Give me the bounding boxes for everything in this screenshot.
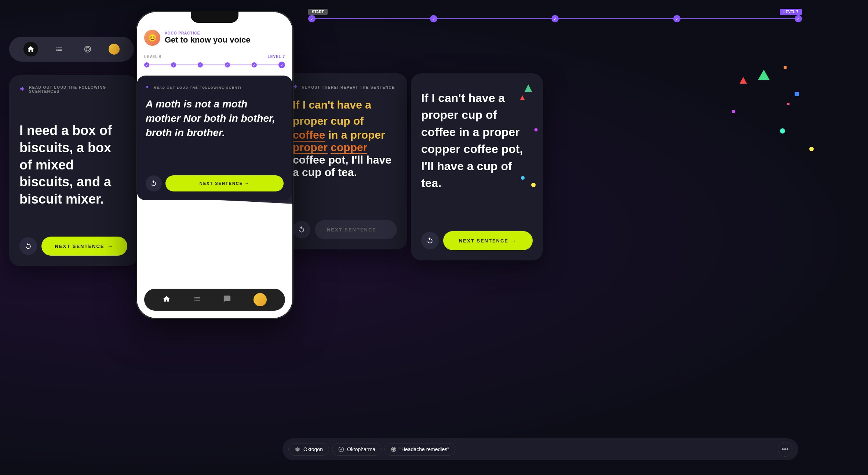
phone-nav-home[interactable] xyxy=(163,295,171,305)
coffee-repeat-icon xyxy=(293,84,299,91)
level-end-label: LEVEL 7 xyxy=(268,55,285,59)
top-dot-1: ✓ xyxy=(308,15,316,22)
next-sentence-btn-coffee-correct[interactable]: NEXT SENTENCE → xyxy=(443,231,533,250)
phone-card-buttons: NEXT SENTENCE → xyxy=(146,175,284,191)
phone-next-btn[interactable]: NEXT SENTENCE → xyxy=(165,175,284,191)
coffee-correct-text: If I can't have a proper cup of coffee i… xyxy=(421,91,523,190)
repeat-button[interactable] xyxy=(19,237,37,255)
bottom-bar-item-oktogon[interactable]: Oktogon xyxy=(288,443,329,456)
progress-start-badge: START xyxy=(308,8,328,15)
progress-dots: ✓ ✓ ✓ ✓ ✓ ✓ xyxy=(144,62,285,68)
progress-dot-3: ✓ xyxy=(198,62,203,67)
progress-spacer-2 xyxy=(176,65,198,65)
phone-mockup: 9:41 😊 VOCO PRACTICE Get to know you voi… xyxy=(136,11,293,319)
bottom-bar-item-oktopharma[interactable]: Oktopharma xyxy=(332,443,382,456)
progress-spacer-1 xyxy=(149,65,171,65)
phone-header-info: VOCO PRACTICE Get to know you voice xyxy=(165,31,250,45)
phone-bottom-nav xyxy=(144,289,285,311)
card-coffee-correct: If I can't have a proper cup of coffee i… xyxy=(411,73,543,260)
confetti-dot-cyan xyxy=(521,176,525,180)
coffee-word-copper: copper xyxy=(331,141,367,154)
card-biscuits-footer: NEXT SENTENCE → xyxy=(19,237,127,256)
nav-list-icon[interactable] xyxy=(52,42,66,56)
top-dot-5: ✓ xyxy=(795,15,802,22)
bottom-bar-oktopharma-label: Oktopharma xyxy=(347,446,375,452)
read-aloud-icon xyxy=(19,85,26,94)
coffee-correct-footer: NEXT SENTENCE → xyxy=(421,231,533,250)
confetti-diamond xyxy=(534,128,538,132)
progress-labels: LEVEL 6 LEVEL 7 xyxy=(144,55,285,59)
bottom-bar-oktogon-label: Oktogon xyxy=(303,446,323,452)
progress-end-badge: LEVEL 7 xyxy=(780,8,802,15)
bottom-bar-headache-label: "Headache remedies" xyxy=(400,446,449,452)
top-progress-dots: ✓ ✓ ✓ ✓ ✓ xyxy=(308,15,802,22)
card-biscuits: READ OUT LOUD THE FOLLOWING SCENTENCES I… xyxy=(9,75,138,266)
phone-nav-avatar[interactable] xyxy=(254,293,267,306)
coffee-repeat-body: If I can't have a proper cup of coffee i… xyxy=(293,91,397,220)
phone-card-body: A moth is not a moth mother Nor both in … xyxy=(146,97,284,169)
phone-repeat-btn[interactable] xyxy=(146,175,162,191)
phone-nav-list[interactable] xyxy=(193,295,201,305)
nav-home-icon[interactable] xyxy=(23,42,38,56)
top-progress-bar: START LEVEL 7 ✓ ✓ ✓ ✓ ✓ xyxy=(308,18,802,40)
phone-header-title: Get to know you voice xyxy=(165,35,250,45)
coffee-word-proper: proper xyxy=(293,141,328,154)
coffee-repeat-header: ALMOST THERE! REPEAT THE SENTENCE xyxy=(293,84,397,91)
phone-screen: 9:41 😊 VOCO PRACTICE Get to know you voi… xyxy=(137,12,292,318)
next-sentence-btn-coffee-repeat[interactable]: NEXT SENTENCE → xyxy=(315,220,397,239)
progress-dot-2: ✓ xyxy=(171,62,176,67)
progress-dot-4: ✓ xyxy=(225,62,230,67)
level-start-label: LEVEL 6 xyxy=(144,55,161,59)
scene: READ OUT LOUD THE FOLLOWING SCENTENCES I… xyxy=(0,0,868,475)
progress-dot-current: ✓ xyxy=(278,62,285,68)
progress-dot-5: ✓ xyxy=(252,62,257,67)
progress-spacer-4 xyxy=(230,65,252,65)
phone-nav-chat[interactable] xyxy=(223,295,231,305)
confetti-dot-yellow xyxy=(531,183,536,187)
coffee-correct-repeat-btn[interactable] xyxy=(421,232,439,249)
top-dot-2: ✓ xyxy=(430,15,437,22)
bottom-bar-more-btn[interactable]: ••• xyxy=(778,442,792,457)
top-dot-3: ✓ xyxy=(551,15,559,22)
bottom-bar-item-headache[interactable]: "Headache remedies" xyxy=(384,443,455,456)
confetti-triangle-red xyxy=(520,95,525,100)
phone-card-header: READ OUT LOUD THE FOLLOWING SCENTI xyxy=(146,84,284,91)
bottom-search-bar: Oktogon Oktopharma "Headache remedies" •… xyxy=(282,438,798,460)
nav-avatar-dot[interactable] xyxy=(109,44,120,55)
nav-top-left xyxy=(9,37,134,62)
phone-read-icon xyxy=(146,84,151,91)
progress-spacer-3 xyxy=(203,65,225,65)
phone-card-front: READ OUT LOUD THE FOLLOWING SCENTI A mot… xyxy=(137,76,292,200)
coffee-word-coffee: coffee xyxy=(293,129,325,142)
nav-chat-icon[interactable] xyxy=(80,42,95,56)
coffee-repeat-footer: NEXT SENTENCE → xyxy=(293,220,397,239)
top-dot-4: ✓ xyxy=(673,15,681,22)
card-biscuits-header: READ OUT LOUD THE FOLLOWING SCENTENCES xyxy=(19,85,127,94)
phone-header: 😊 VOCO PRACTICE Get to know you voice xyxy=(137,27,292,52)
phone-cards-area: READ OUT LOUD THE FOLLOWING SCENTI A mot… xyxy=(137,76,292,241)
phone-avatar: 😊 xyxy=(144,30,160,46)
card-biscuits-body: I need a box of biscuits, a box of mixed… xyxy=(19,94,127,237)
next-sentence-button-left[interactable]: NEXT SENTENCE → xyxy=(41,237,127,256)
card-coffee-repeat: ALMOST THERE! REPEAT THE SENTENCE If I c… xyxy=(282,73,407,249)
coffee-repeat-btn[interactable] xyxy=(293,221,310,238)
phone-progress-section: LEVEL 6 LEVEL 7 ✓ ✓ ✓ ✓ ✓ ✓ xyxy=(137,52,292,76)
phone-card-header-text: READ OUT LOUD THE FOLLOWING SCENTI xyxy=(154,86,242,89)
coffee-correct-body: If I can't have a proper cup of coffee i… xyxy=(421,84,533,231)
card-biscuits-header-text: READ OUT LOUD THE FOLLOWING SCENTENCES xyxy=(29,85,127,94)
next-arrow-icon: → xyxy=(107,243,114,249)
progress-spacer-5 xyxy=(257,65,278,65)
progress-dot-1: ✓ xyxy=(144,62,149,67)
confetti-triangle-green xyxy=(525,84,532,92)
phone-header-label: VOCO PRACTICE xyxy=(165,31,250,35)
top-progress-inner: START LEVEL 7 ✓ ✓ ✓ ✓ ✓ xyxy=(308,18,802,19)
coffee-repeat-header-text: ALMOST THERE! REPEAT THE SENTENCE xyxy=(302,85,395,89)
phone-notch xyxy=(191,11,238,23)
